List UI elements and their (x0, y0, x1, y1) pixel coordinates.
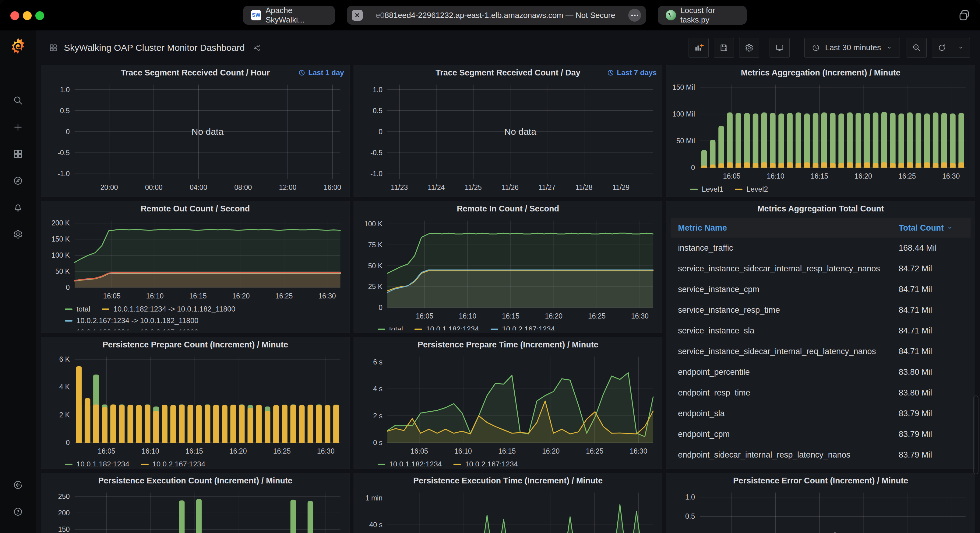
table-row[interactable]: endpoint_sidecar_internal_resp_latency_n… (671, 444, 970, 465)
legend-item[interactable]: 10.0.1.182:1234 -> 10.0.2.167_11800 (65, 327, 199, 330)
tab-locust[interactable]: Locust for tasks.py (658, 6, 747, 25)
table-row[interactable]: service_instance_resp_time84.71 Mil (671, 300, 970, 320)
svg-text:100 K: 100 K (51, 251, 70, 259)
help-icon[interactable]: ? (0, 498, 36, 525)
zoom-window-button[interactable] (35, 11, 44, 20)
svg-text:16:30: 16:30 (318, 292, 336, 300)
panel-header[interactable]: Trace Segment Received Count / Hour Last… (41, 65, 350, 80)
svg-text:250: 250 (58, 493, 70, 500)
svg-text:No data: No data (504, 127, 536, 136)
panel-header[interactable]: Metrics Aggregation (Increment) / Minute (666, 65, 975, 80)
legend-item[interactable]: 10.0.2.167:1234 (491, 324, 555, 330)
legend-item[interactable]: 10.0.1.182:1234 (414, 324, 479, 330)
legend-item[interactable]: total (65, 303, 90, 315)
table-row[interactable]: service_instance_sidecar_internal_resp_l… (671, 258, 970, 279)
svg-text:?: ? (16, 509, 19, 515)
configuration-gear-icon[interactable] (0, 221, 36, 247)
panel-title: Persistence Prepare Time (Increment) / M… (417, 340, 598, 349)
alerting-bell-icon[interactable] (0, 194, 36, 221)
tab-grafana-active[interactable]: e0881eed4-22961232.ap-east-1.elb.amazona… (347, 6, 646, 25)
refresh-interval-chevron-icon[interactable] (952, 38, 970, 57)
total-count-cell: 84.71 Mil (899, 326, 970, 336)
panel-time-override-link[interactable]: Last 7 days (607, 68, 657, 77)
dashboard-header: SkyWalking OAP Cluster Monitor Dashboard (36, 30, 980, 65)
panel-header[interactable]: Persistence Prepare Time (Increment) / M… (354, 337, 662, 352)
legend-item[interactable]: 10.0.2.167:1234 (453, 458, 518, 466)
dashboard-settings-button[interactable] (739, 38, 759, 58)
panel-header[interactable]: Persistence Execution Count (Increment) … (41, 473, 350, 488)
share-dashboard-icon[interactable] (253, 44, 261, 52)
table-rows: instance_traffic168.44 Milservice_instan… (671, 238, 970, 465)
legend-item[interactable]: 10.0.1.182:1234 -> 10.0.1.182_11800 (102, 303, 235, 315)
dashboards-grid-icon[interactable] (0, 141, 36, 167)
panel-header[interactable]: Remote In Count / Second (354, 201, 662, 216)
legend-item[interactable]: 10.0.2.167:1234 (141, 458, 205, 466)
legend-item[interactable]: total (378, 324, 403, 330)
panel-persistence-prepare-time: Persistence Prepare Time (Increment) / M… (353, 337, 663, 469)
table-row[interactable]: endpoint_percentile83.80 Mil (671, 362, 970, 382)
legend-item[interactable]: Level1 (690, 184, 723, 194)
column-header-total-count[interactable]: Total Count (899, 223, 970, 233)
svg-text:16:10: 16:10 (142, 447, 159, 455)
svg-text:150 Mil: 150 Mil (672, 83, 695, 91)
panel-header[interactable]: Persistence Execution Time (Increment) /… (354, 473, 662, 488)
panel-persistence-prepare-count: Persistence Prepare Count (Increment) / … (41, 337, 350, 469)
sign-in-icon[interactable] (0, 471, 36, 498)
tab-more-icon[interactable] (628, 9, 641, 22)
panel-header[interactable]: Metrics Aggregation Total Count (666, 201, 975, 216)
save-dashboard-button[interactable] (714, 38, 734, 58)
legend-item[interactable]: 10.0.2.167:1234 -> 10.0.1.182_11800 (65, 315, 199, 327)
table-row[interactable]: endpoint_resp_time83.80 Mil (671, 382, 970, 403)
cycle-view-mode-button[interactable] (770, 38, 790, 58)
chart-legend: total10.0.1.182:123410.0.2.167:1234 (358, 322, 658, 330)
svg-text:12:00: 12:00 (279, 184, 297, 191)
table-row[interactable]: service_instance_cpm84.71 Mil (671, 279, 970, 300)
tab-overview-icon[interactable] (958, 8, 971, 23)
close-window-button[interactable] (10, 11, 19, 20)
svg-text:16:00: 16:00 (324, 184, 341, 191)
skywalking-favicon-icon: SW (251, 10, 261, 21)
refresh-dashboard-button[interactable] (932, 38, 952, 57)
grafana-logo-icon[interactable] (9, 37, 27, 55)
table-row[interactable]: endpoint_cpm83.79 Mil (671, 424, 970, 444)
svg-text:16:25: 16:25 (588, 312, 606, 320)
scrollbar[interactable] (973, 395, 978, 474)
panel-time-override-link[interactable]: Last 1 day (298, 68, 344, 77)
svg-text:1.0: 1.0 (685, 493, 695, 501)
panel-header[interactable]: Remote Out Count / Second (41, 201, 350, 216)
svg-text:0: 0 (66, 439, 70, 447)
legend-item[interactable]: 10.0.1.182:1234 (65, 458, 129, 466)
svg-text:1.0: 1.0 (373, 86, 382, 94)
panel-title: Persistence Error Count (Increment) / Mi… (733, 476, 908, 485)
time-range-picker[interactable]: Last 30 minutes (804, 38, 900, 58)
svg-text:11/23: 11/23 (391, 184, 408, 191)
close-tab-icon[interactable] (352, 10, 363, 21)
clock-icon (811, 43, 821, 52)
create-plus-icon[interactable] (0, 114, 36, 141)
legend-item[interactable]: Level2 (735, 184, 768, 194)
column-header-metric-name[interactable]: Metric Name (671, 223, 899, 233)
metric-name-cell: service_instance_sidecar_internal_req_la… (671, 347, 899, 356)
metrics-table: Metric Name Total Count instance_traffic… (671, 218, 970, 466)
svg-text:11/24: 11/24 (428, 184, 445, 191)
apps-grid-icon[interactable] (49, 43, 58, 52)
grafana-app: ? SkyWalking OAP Cluster Monitor Dashboa… (0, 30, 980, 533)
explore-compass-icon[interactable] (0, 167, 36, 194)
total-count-cell: 83.80 Mil (899, 368, 970, 377)
table-row[interactable]: service_instance_sidecar_internal_req_la… (671, 341, 970, 362)
table-row[interactable]: service_instance_sla84.71 Mil (671, 320, 970, 341)
table-row[interactable]: instance_traffic168.44 Mil (671, 238, 970, 258)
panel-title: Persistence Prepare Count (Increment) / … (103, 340, 288, 349)
add-panel-button[interactable] (689, 38, 709, 58)
legend-item[interactable]: 10.0.1.182:1234 (378, 458, 442, 466)
panel-header[interactable]: Persistence Prepare Count (Increment) / … (41, 337, 350, 352)
search-icon[interactable] (0, 87, 36, 114)
tab-bar: SW Apache SkyWalki... e0881eed4-22961232… (243, 6, 747, 25)
table-row[interactable]: endpoint_sla83.79 Mil (671, 403, 970, 424)
chart-legend (45, 194, 345, 195)
zoom-out-time-button[interactable] (907, 38, 927, 58)
tab-apache-skywalking[interactable]: SW Apache SkyWalki... (243, 6, 335, 25)
panel-header[interactable]: Trace Segment Received Count / Day Last … (354, 65, 662, 80)
panel-header[interactable]: Persistence Error Count (Increment) / Mi… (666, 473, 975, 488)
minimize-window-button[interactable] (23, 11, 32, 20)
